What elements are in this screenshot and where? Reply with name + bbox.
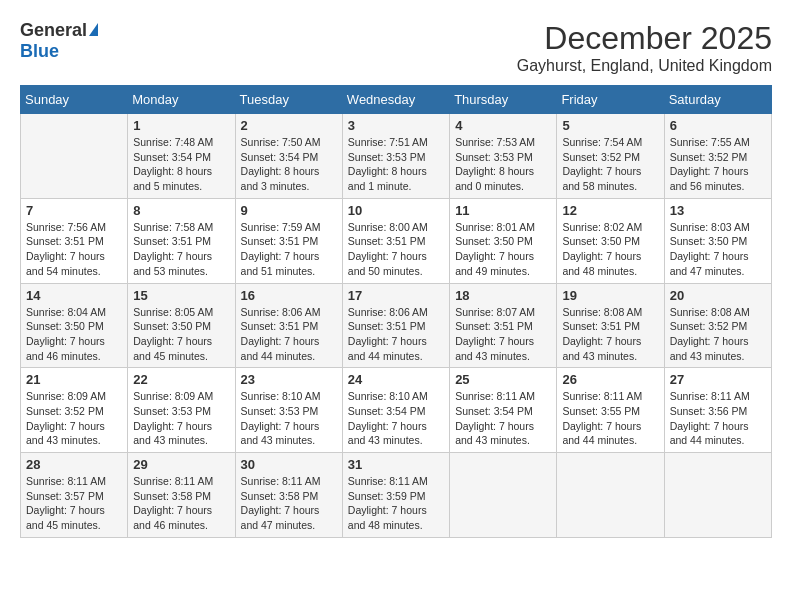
calendar-cell: 2Sunrise: 7:50 AM Sunset: 3:54 PM Daylig…: [235, 114, 342, 199]
day-number: 9: [241, 203, 337, 218]
day-number: 26: [562, 372, 658, 387]
header-saturday: Saturday: [664, 86, 771, 114]
day-info: Sunrise: 8:09 AM Sunset: 3:53 PM Dayligh…: [133, 389, 229, 448]
calendar-cell: 1Sunrise: 7:48 AM Sunset: 3:54 PM Daylig…: [128, 114, 235, 199]
day-info: Sunrise: 7:58 AM Sunset: 3:51 PM Dayligh…: [133, 220, 229, 279]
day-info: Sunrise: 8:00 AM Sunset: 3:51 PM Dayligh…: [348, 220, 444, 279]
day-info: Sunrise: 7:59 AM Sunset: 3:51 PM Dayligh…: [241, 220, 337, 279]
header-monday: Monday: [128, 86, 235, 114]
calendar-cell: 14Sunrise: 8:04 AM Sunset: 3:50 PM Dayli…: [21, 283, 128, 368]
calendar-cell: 19Sunrise: 8:08 AM Sunset: 3:51 PM Dayli…: [557, 283, 664, 368]
calendar-cell: [21, 114, 128, 199]
day-info: Sunrise: 8:07 AM Sunset: 3:51 PM Dayligh…: [455, 305, 551, 364]
day-number: 19: [562, 288, 658, 303]
calendar-cell: 11Sunrise: 8:01 AM Sunset: 3:50 PM Dayli…: [450, 198, 557, 283]
day-number: 31: [348, 457, 444, 472]
day-info: Sunrise: 8:06 AM Sunset: 3:51 PM Dayligh…: [241, 305, 337, 364]
title-area: December 2025 Gayhurst, England, United …: [517, 20, 772, 75]
calendar-cell: 28Sunrise: 8:11 AM Sunset: 3:57 PM Dayli…: [21, 453, 128, 538]
day-info: Sunrise: 7:54 AM Sunset: 3:52 PM Dayligh…: [562, 135, 658, 194]
day-info: Sunrise: 7:55 AM Sunset: 3:52 PM Dayligh…: [670, 135, 766, 194]
day-number: 28: [26, 457, 122, 472]
day-number: 14: [26, 288, 122, 303]
calendar-cell: 15Sunrise: 8:05 AM Sunset: 3:50 PM Dayli…: [128, 283, 235, 368]
day-info: Sunrise: 8:03 AM Sunset: 3:50 PM Dayligh…: [670, 220, 766, 279]
day-info: Sunrise: 8:06 AM Sunset: 3:51 PM Dayligh…: [348, 305, 444, 364]
day-number: 30: [241, 457, 337, 472]
location: Gayhurst, England, United Kingdom: [517, 57, 772, 75]
day-info: Sunrise: 7:53 AM Sunset: 3:53 PM Dayligh…: [455, 135, 551, 194]
day-number: 1: [133, 118, 229, 133]
calendar-cell: 21Sunrise: 8:09 AM Sunset: 3:52 PM Dayli…: [21, 368, 128, 453]
week-row-1: 1Sunrise: 7:48 AM Sunset: 3:54 PM Daylig…: [21, 114, 772, 199]
calendar-cell: 24Sunrise: 8:10 AM Sunset: 3:54 PM Dayli…: [342, 368, 449, 453]
calendar-cell: 29Sunrise: 8:11 AM Sunset: 3:58 PM Dayli…: [128, 453, 235, 538]
calendar-cell: 12Sunrise: 8:02 AM Sunset: 3:50 PM Dayli…: [557, 198, 664, 283]
calendar-cell: 13Sunrise: 8:03 AM Sunset: 3:50 PM Dayli…: [664, 198, 771, 283]
day-number: 27: [670, 372, 766, 387]
header-friday: Friday: [557, 86, 664, 114]
calendar-cell: 10Sunrise: 8:00 AM Sunset: 3:51 PM Dayli…: [342, 198, 449, 283]
header-tuesday: Tuesday: [235, 86, 342, 114]
header-sunday: Sunday: [21, 86, 128, 114]
logo-general: General: [20, 20, 87, 41]
day-info: Sunrise: 7:48 AM Sunset: 3:54 PM Dayligh…: [133, 135, 229, 194]
day-number: 6: [670, 118, 766, 133]
day-info: Sunrise: 8:11 AM Sunset: 3:56 PM Dayligh…: [670, 389, 766, 448]
day-info: Sunrise: 8:10 AM Sunset: 3:53 PM Dayligh…: [241, 389, 337, 448]
day-number: 29: [133, 457, 229, 472]
day-number: 22: [133, 372, 229, 387]
calendar-table: SundayMondayTuesdayWednesdayThursdayFrid…: [20, 85, 772, 538]
day-number: 24: [348, 372, 444, 387]
day-info: Sunrise: 7:50 AM Sunset: 3:54 PM Dayligh…: [241, 135, 337, 194]
day-info: Sunrise: 8:02 AM Sunset: 3:50 PM Dayligh…: [562, 220, 658, 279]
page-header: General Blue December 2025 Gayhurst, Eng…: [20, 20, 772, 75]
calendar-cell: 16Sunrise: 8:06 AM Sunset: 3:51 PM Dayli…: [235, 283, 342, 368]
day-info: Sunrise: 8:11 AM Sunset: 3:55 PM Dayligh…: [562, 389, 658, 448]
day-info: Sunrise: 8:11 AM Sunset: 3:59 PM Dayligh…: [348, 474, 444, 533]
calendar-cell: 20Sunrise: 8:08 AM Sunset: 3:52 PM Dayli…: [664, 283, 771, 368]
day-number: 7: [26, 203, 122, 218]
calendar-cell: [450, 453, 557, 538]
week-row-3: 14Sunrise: 8:04 AM Sunset: 3:50 PM Dayli…: [21, 283, 772, 368]
calendar-cell: 25Sunrise: 8:11 AM Sunset: 3:54 PM Dayli…: [450, 368, 557, 453]
calendar-cell: 23Sunrise: 8:10 AM Sunset: 3:53 PM Dayli…: [235, 368, 342, 453]
day-number: 25: [455, 372, 551, 387]
day-number: 20: [670, 288, 766, 303]
calendar-cell: 30Sunrise: 8:11 AM Sunset: 3:58 PM Dayli…: [235, 453, 342, 538]
calendar-cell: 5Sunrise: 7:54 AM Sunset: 3:52 PM Daylig…: [557, 114, 664, 199]
week-row-5: 28Sunrise: 8:11 AM Sunset: 3:57 PM Dayli…: [21, 453, 772, 538]
logo: General Blue: [20, 20, 98, 62]
day-info: Sunrise: 8:08 AM Sunset: 3:51 PM Dayligh…: [562, 305, 658, 364]
day-info: Sunrise: 8:11 AM Sunset: 3:58 PM Dayligh…: [133, 474, 229, 533]
calendar-cell: 3Sunrise: 7:51 AM Sunset: 3:53 PM Daylig…: [342, 114, 449, 199]
calendar-cell: 9Sunrise: 7:59 AM Sunset: 3:51 PM Daylig…: [235, 198, 342, 283]
day-info: Sunrise: 8:11 AM Sunset: 3:54 PM Dayligh…: [455, 389, 551, 448]
calendar-cell: 31Sunrise: 8:11 AM Sunset: 3:59 PM Dayli…: [342, 453, 449, 538]
calendar-cell: [664, 453, 771, 538]
calendar-cell: 7Sunrise: 7:56 AM Sunset: 3:51 PM Daylig…: [21, 198, 128, 283]
day-info: Sunrise: 8:11 AM Sunset: 3:57 PM Dayligh…: [26, 474, 122, 533]
calendar-cell: 17Sunrise: 8:06 AM Sunset: 3:51 PM Dayli…: [342, 283, 449, 368]
calendar-cell: 8Sunrise: 7:58 AM Sunset: 3:51 PM Daylig…: [128, 198, 235, 283]
day-number: 11: [455, 203, 551, 218]
day-info: Sunrise: 8:11 AM Sunset: 3:58 PM Dayligh…: [241, 474, 337, 533]
day-info: Sunrise: 7:51 AM Sunset: 3:53 PM Dayligh…: [348, 135, 444, 194]
week-row-2: 7Sunrise: 7:56 AM Sunset: 3:51 PM Daylig…: [21, 198, 772, 283]
day-info: Sunrise: 8:04 AM Sunset: 3:50 PM Dayligh…: [26, 305, 122, 364]
calendar-cell: 27Sunrise: 8:11 AM Sunset: 3:56 PM Dayli…: [664, 368, 771, 453]
day-number: 10: [348, 203, 444, 218]
day-number: 4: [455, 118, 551, 133]
calendar-cell: [557, 453, 664, 538]
day-number: 23: [241, 372, 337, 387]
month-title: December 2025: [517, 20, 772, 57]
day-info: Sunrise: 8:08 AM Sunset: 3:52 PM Dayligh…: [670, 305, 766, 364]
header-thursday: Thursday: [450, 86, 557, 114]
day-number: 2: [241, 118, 337, 133]
day-info: Sunrise: 7:56 AM Sunset: 3:51 PM Dayligh…: [26, 220, 122, 279]
day-info: Sunrise: 8:10 AM Sunset: 3:54 PM Dayligh…: [348, 389, 444, 448]
day-number: 3: [348, 118, 444, 133]
header-wednesday: Wednesday: [342, 86, 449, 114]
day-number: 18: [455, 288, 551, 303]
calendar-cell: 22Sunrise: 8:09 AM Sunset: 3:53 PM Dayli…: [128, 368, 235, 453]
